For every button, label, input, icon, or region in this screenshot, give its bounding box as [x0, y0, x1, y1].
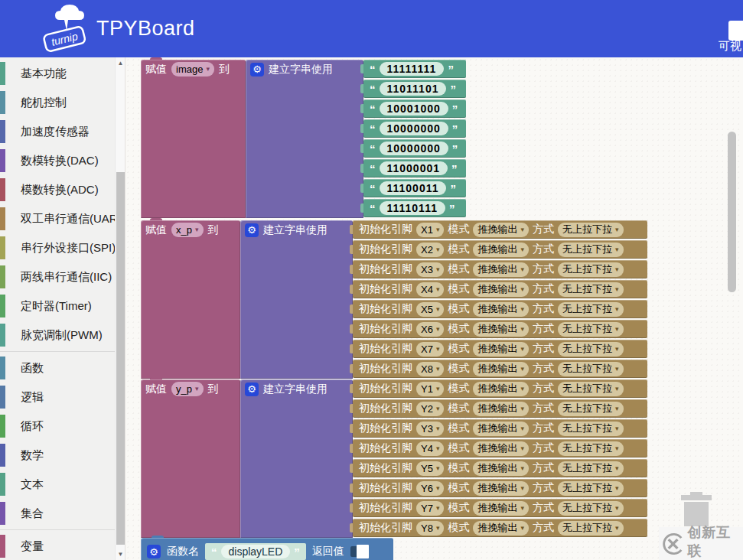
- string-value-field[interactable]: 11011101: [380, 82, 447, 96]
- sidebar-scrollbar-thumb[interactable]: [116, 172, 125, 545]
- string-value-field[interactable]: 10001000: [380, 102, 448, 116]
- pin-dropdown[interactable]: Y7 ▾: [416, 501, 444, 516]
- string-block[interactable]: “ 10000000 ”: [363, 119, 466, 138]
- pull-dropdown[interactable]: 无上拉下拉 ▾: [558, 461, 624, 476]
- pin-init-block[interactable]: 初始化引脚 Y8 ▾ 模式 推挽输出 ▾ 方式 无上拉下拉: [353, 519, 647, 537]
- sidebar-item[interactable]: 两线串行通信(IIC): [0, 262, 115, 291]
- pin-dropdown[interactable]: Y2 ▾: [416, 402, 444, 416]
- sidebar-item[interactable]: 数模转换(DAC): [0, 146, 115, 175]
- string-value-field[interactable]: 11100011: [380, 181, 447, 195]
- variable-dropdown[interactable]: image ▾: [171, 62, 214, 77]
- pin-init-block[interactable]: 初始化引脚 X2 ▾ 模式 推挽输出 ▾ 方式 无上拉下拉: [353, 240, 647, 259]
- string-value-field[interactable]: 10000000: [380, 122, 448, 135]
- sidebar-scrollbar[interactable]: ▲ ▼: [115, 57, 125, 560]
- pull-dropdown[interactable]: 无上拉下拉 ▾: [558, 262, 624, 277]
- string-value-field[interactable]: 10000000: [380, 142, 448, 155]
- create-string-block[interactable]: ⚙ 建立字串使用: [240, 379, 353, 538]
- pull-dropdown[interactable]: 无上拉下拉 ▾: [558, 322, 624, 337]
- string-block[interactable]: “ 11110111 ”: [363, 199, 466, 217]
- pin-dropdown[interactable]: X6 ▾: [416, 322, 444, 337]
- pin-dropdown[interactable]: X7 ▾: [416, 342, 444, 357]
- pull-dropdown[interactable]: 无上拉下拉 ▾: [558, 501, 624, 516]
- variable-dropdown[interactable]: y_p ▾: [171, 382, 204, 396]
- function-name-string-block[interactable]: “ displayLED ”: [205, 543, 306, 560]
- sidebar-item[interactable]: 加速度传感器: [0, 117, 115, 146]
- string-value-field[interactable]: 11000001: [380, 161, 448, 175]
- mode-dropdown[interactable]: 推挽输出 ▾: [473, 481, 529, 496]
- gear-icon[interactable]: ⚙: [245, 383, 259, 396]
- pin-dropdown[interactable]: Y6 ▾: [416, 481, 444, 496]
- gear-icon[interactable]: ⚙: [245, 223, 259, 237]
- gear-icon[interactable]: ⚙: [147, 545, 161, 558]
- pin-dropdown[interactable]: Y3 ▾: [416, 422, 444, 436]
- sidebar-item[interactable]: 变量: [0, 532, 115, 560]
- sidebar-item[interactable]: 定时器(Timer): [0, 291, 115, 321]
- sidebar-item[interactable]: 双工串行通信(UART): [0, 204, 115, 233]
- mode-dropdown[interactable]: 推挽输出 ▾: [473, 302, 529, 317]
- create-string-block[interactable]: ⚙ 建立字串使用: [240, 220, 353, 379]
- string-block[interactable]: “ 10000000 ”: [363, 139, 466, 158]
- set-variable-block[interactable]: 赋值 y_p ▾ 到: [141, 379, 240, 538]
- pin-init-block[interactable]: 初始化引脚 Y4 ▾ 模式 推挽输出 ▾ 方式 无上拉下拉: [353, 439, 647, 457]
- string-block[interactable]: “ 11011101 ”: [363, 80, 466, 98]
- sidebar-item[interactable]: 舵机控制: [0, 88, 115, 117]
- pull-dropdown[interactable]: 无上拉下拉 ▾: [558, 402, 624, 416]
- set-variable-block[interactable]: 赋值 x_p ▾ 到: [141, 220, 240, 379]
- pull-dropdown[interactable]: 无上拉下拉 ▾: [558, 342, 624, 357]
- mode-dropdown[interactable]: 推挽输出 ▾: [473, 243, 529, 257]
- pin-dropdown[interactable]: Y5 ▾: [416, 461, 444, 476]
- pin-init-block[interactable]: 初始化引脚 X7 ▾ 模式 推挽输出 ▾ 方式 无上拉下拉: [353, 340, 647, 358]
- pin-dropdown[interactable]: Y8 ▾: [416, 521, 444, 536]
- string-block[interactable]: “ 10001000 ”: [363, 99, 466, 118]
- string-block[interactable]: “ 11000001 ”: [363, 159, 466, 177]
- pin-init-block[interactable]: 初始化引脚 X1 ▾ 模式 推挽输出 ▾ 方式 无上拉下拉: [353, 220, 647, 239]
- mode-dropdown[interactable]: 推挽输出 ▾: [473, 501, 529, 516]
- trashcan-icon[interactable]: [678, 492, 715, 527]
- pin-init-block[interactable]: 初始化引脚 Y3 ▾ 模式 推挽输出 ▾ 方式 无上拉下拉: [353, 419, 647, 438]
- string-block[interactable]: “ 11100011 ”: [363, 179, 466, 197]
- pull-dropdown[interactable]: 无上拉下拉 ▾: [558, 441, 624, 456]
- sidebar-item[interactable]: 串行外设接口(SPI): [0, 233, 115, 262]
- pin-init-block[interactable]: 初始化引脚 Y5 ▾ 模式 推挽输出 ▾ 方式 无上拉下拉: [353, 459, 647, 477]
- mode-dropdown[interactable]: 推挽输出 ▾: [473, 223, 529, 237]
- pin-init-block[interactable]: 初始化引脚 X5 ▾ 模式 推挽输出 ▾ 方式 无上拉下拉: [353, 300, 647, 318]
- pin-init-block[interactable]: 初始化引脚 Y1 ▾ 模式 推挽输出 ▾ 方式 无上拉下拉: [353, 379, 647, 398]
- sidebar-item[interactable]: 基本功能: [0, 59, 115, 88]
- pin-init-block[interactable]: 初始化引脚 X3 ▾ 模式 推挽输出 ▾ 方式 无上拉下拉: [353, 260, 647, 278]
- pin-init-block[interactable]: 初始化引脚 X6 ▾ 模式 推挽输出 ▾ 方式 无上拉下拉: [353, 320, 647, 338]
- canvas-scrollbar-thumb[interactable]: [728, 132, 736, 292]
- mode-dropdown[interactable]: 推挽输出 ▾: [473, 521, 529, 536]
- mode-dropdown[interactable]: 推挽输出 ▾: [473, 402, 529, 416]
- mode-dropdown[interactable]: 推挽输出 ▾: [473, 461, 529, 476]
- mode-dropdown[interactable]: 推挽输出 ▾: [473, 262, 529, 277]
- pull-dropdown[interactable]: 无上拉下拉 ▾: [558, 481, 624, 496]
- pin-dropdown[interactable]: X8 ▾: [416, 362, 444, 376]
- header-right-label[interactable]: 可视: [719, 39, 741, 54]
- pin-dropdown[interactable]: X3 ▾: [416, 262, 444, 277]
- return-socket[interactable]: [350, 545, 369, 558]
- mode-dropdown[interactable]: 推挽输出 ▾: [473, 322, 529, 337]
- pull-dropdown[interactable]: 无上拉下拉 ▾: [558, 282, 624, 297]
- function-define-block[interactable]: ⚙ 函数名 “ displayLED ” 返回值: [141, 538, 393, 560]
- sidebar-item[interactable]: 循环: [0, 412, 115, 441]
- string-block[interactable]: “ 11111111 ”: [363, 60, 466, 78]
- sidebar-item[interactable]: 逻辑: [0, 383, 115, 412]
- pin-init-block[interactable]: 初始化引脚 Y7 ▾ 模式 推挽输出 ▾ 方式 无上拉下拉: [353, 499, 647, 517]
- mode-dropdown[interactable]: 推挽输出 ▾: [473, 441, 529, 456]
- pin-init-block[interactable]: 初始化引脚 Y6 ▾ 模式 推挽输出 ▾ 方式 无上拉下拉: [353, 479, 647, 497]
- create-string-block[interactable]: ⚙ 建立字串使用: [246, 60, 363, 218]
- pull-dropdown[interactable]: 无上拉下拉 ▾: [558, 382, 624, 396]
- pin-dropdown[interactable]: Y1 ▾: [416, 382, 444, 396]
- mode-dropdown[interactable]: 推挽输出 ▾: [473, 282, 529, 297]
- pin-dropdown[interactable]: Y4 ▾: [416, 441, 444, 456]
- pull-dropdown[interactable]: 无上拉下拉 ▾: [558, 223, 624, 237]
- pin-init-block[interactable]: 初始化引脚 X4 ▾ 模式 推挽输出 ▾ 方式 无上拉下拉: [353, 280, 647, 298]
- sidebar-item[interactable]: 文本: [0, 470, 115, 499]
- pull-dropdown[interactable]: 无上拉下拉 ▾: [558, 521, 624, 536]
- pin-dropdown[interactable]: X2 ▾: [416, 243, 444, 257]
- sidebar-item[interactable]: 数学: [0, 441, 115, 470]
- string-value-field[interactable]: 11110111: [380, 201, 445, 215]
- sidebar-item[interactable]: 集合: [0, 499, 115, 528]
- pin-dropdown[interactable]: X1 ▾: [416, 223, 444, 237]
- mode-dropdown[interactable]: 推挽输出 ▾: [473, 342, 529, 357]
